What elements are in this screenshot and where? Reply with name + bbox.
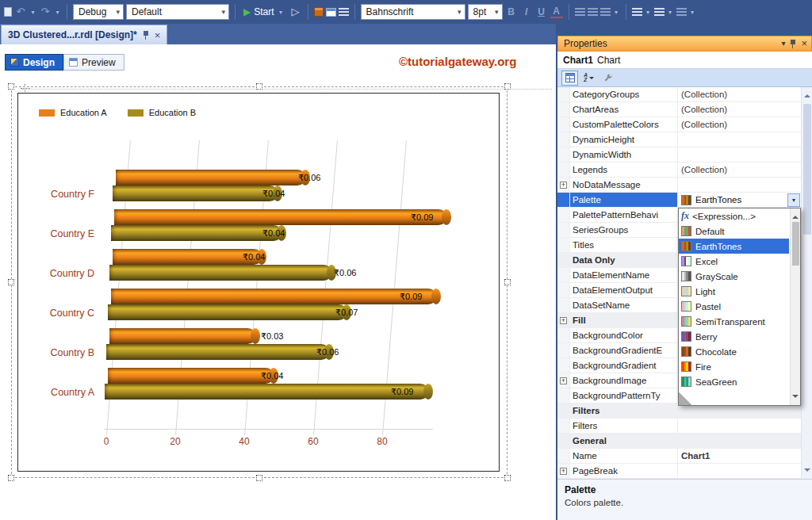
scroll-down-arrow-icon[interactable] (792, 395, 799, 401)
close-icon[interactable]: × (155, 29, 161, 41)
window-position-icon[interactable]: ▾ (781, 40, 785, 48)
start-debug-button[interactable]: ▶ Start ▾ (241, 6, 287, 17)
resize-handle[interactable] (504, 475, 511, 481)
scroll-thumb[interactable] (803, 104, 811, 235)
expand-icon[interactable]: + (560, 468, 567, 475)
report-data-icon[interactable] (314, 7, 324, 17)
bar-education-a-country-c[interactable] (111, 289, 437, 304)
expand-icon[interactable]: + (560, 317, 567, 324)
palette-option-chocolate[interactable]: Chocolate (679, 344, 789, 359)
bar-education-b-country-b[interactable] (106, 344, 330, 360)
property-row-custompalettecolors[interactable]: CustomPaletteColors(Collection) (557, 117, 801, 132)
bar-education-a-country-b[interactable] (109, 328, 256, 344)
snap-to-grid-icon[interactable] (654, 8, 665, 17)
palette-option-earthtones[interactable]: EarthTones (679, 239, 789, 254)
palette-option-light[interactable]: Light (679, 284, 789, 299)
chevron-down-icon[interactable]: ▾ (667, 9, 674, 16)
align-left-icon[interactable] (575, 8, 585, 17)
palette-option-default[interactable]: Default (679, 224, 789, 239)
undo-icon[interactable]: ↶ (14, 4, 27, 20)
property-pages-button[interactable] (599, 71, 616, 86)
redo-icon[interactable]: ↷ (39, 4, 52, 20)
palette-dropdown-scrollbar[interactable] (790, 208, 800, 405)
palette-option-grayscale[interactable]: GrayScale (679, 269, 789, 284)
design-surface[interactable]: Design Preview ©tutorialgateway.org (0, 44, 556, 520)
palette-combo-button[interactable]: ▾ (787, 193, 800, 207)
bar-education-a-country-d[interactable] (113, 249, 262, 265)
underline-button[interactable]: U (535, 6, 548, 17)
scroll-thumb[interactable] (792, 222, 799, 266)
resize-handle[interactable] (504, 279, 511, 285)
bar-education-b-country-d[interactable] (109, 265, 332, 281)
property-row-nodatamessage[interactable]: +NoDataMessage (557, 178, 801, 193)
font-family-combo[interactable]: Bahnschrift ▾ (361, 4, 465, 20)
align-right-icon[interactable] (600, 8, 611, 17)
property-row-dynamicwidth[interactable]: DynamicWidth (557, 147, 801, 162)
property-row-categorygroups[interactable]: CategoryGroups(Collection) (557, 87, 801, 102)
toolbox-window-icon[interactable] (326, 8, 336, 17)
chevron-down-icon[interactable]: ▾ (689, 9, 696, 16)
auto-hide-pin-icon[interactable] (790, 40, 796, 48)
categorized-button[interactable] (561, 71, 578, 86)
chevron-down-icon[interactable]: ▾ (613, 9, 620, 16)
resize-handle[interactable] (8, 475, 14, 481)
resize-handle[interactable] (256, 475, 262, 481)
resize-handle[interactable] (8, 279, 14, 285)
close-icon[interactable]: × (801, 40, 807, 48)
font-color-button[interactable]: A (550, 6, 563, 18)
tab-preview[interactable]: Preview (63, 54, 124, 71)
scroll-up-arrow-icon[interactable] (804, 91, 810, 98)
scroll-up-arrow-icon[interactable] (792, 212, 799, 219)
document-tab[interactable]: 3D Clustered...r.rdl [Design]* × (1, 25, 167, 44)
font-size-combo[interactable]: 8pt ▾ (468, 4, 503, 20)
properties-header[interactable]: Properties ▾ × (557, 36, 812, 52)
layout-grid-icon[interactable] (632, 8, 642, 17)
alphabetical-button[interactable]: AZ (580, 71, 597, 86)
palette-option-seagreen[interactable]: SeaGreen (679, 374, 789, 389)
scrollbar[interactable] (801, 87, 812, 479)
palette-option-pastel[interactable]: Pastel (679, 299, 789, 314)
tab-design[interactable]: Design (5, 54, 63, 71)
bold-button[interactable]: B (505, 6, 518, 17)
bar-education-a-country-a[interactable] (108, 368, 274, 384)
palette-option-excel[interactable]: Excel (679, 254, 789, 269)
bar-education-a-country-f[interactable] (116, 170, 306, 185)
bar-education-b-country-e[interactable] (111, 225, 282, 241)
property-row-general[interactable]: General (557, 434, 801, 449)
bar-education-b-country-a[interactable] (105, 384, 429, 400)
chart-object[interactable]: Education AEducation B 020406080Country … (17, 93, 500, 472)
palette-option-expression[interactable]: fx<Expression...> (679, 208, 789, 224)
bar-education-a-country-e[interactable] (114, 209, 447, 225)
legend-item-education-a[interactable]: Education A (39, 108, 107, 117)
resize-grip-icon[interactable] (679, 392, 692, 405)
palette-option-berry[interactable]: Berry (679, 329, 789, 344)
debug-config-combo[interactable]: Debug ▾ (73, 4, 124, 20)
italic-button[interactable]: I (520, 6, 533, 17)
redo-dropdown-icon[interactable]: ▾ (54, 9, 61, 16)
palette-option-semitransparent[interactable]: SemiTransparent (679, 314, 789, 329)
resize-handle[interactable] (504, 83, 511, 90)
file-icon[interactable] (4, 7, 12, 17)
resize-handle[interactable] (8, 83, 14, 90)
platform-combo[interactable]: Default ▾ (126, 4, 229, 20)
property-row-chartareas[interactable]: ChartAreas(Collection) (557, 102, 801, 117)
pin-icon[interactable] (143, 31, 149, 40)
distribute-icon[interactable] (676, 8, 687, 17)
resize-handle[interactable] (256, 83, 262, 90)
chart-legend[interactable]: Education AEducation B (39, 108, 196, 117)
expand-icon[interactable]: + (560, 377, 567, 384)
property-row-dynamicheight[interactable]: DynamicHeight (557, 132, 801, 147)
bar-education-b-country-f[interactable] (113, 185, 278, 201)
legend-item-education-b[interactable]: Education B (128, 108, 196, 117)
bar-education-b-country-c[interactable] (108, 304, 347, 320)
palette-option-fire[interactable]: Fire (679, 359, 789, 374)
scroll-down-arrow-icon[interactable] (804, 468, 810, 475)
start-without-debug-icon[interactable]: ▷ (289, 4, 302, 20)
property-row-pagebreak[interactable]: +PageBreak (557, 464, 801, 479)
chevron-down-icon[interactable]: ▾ (645, 9, 652, 16)
properties-object-selector[interactable]: Chart1 Chart (557, 52, 812, 69)
undo-dropdown-icon[interactable]: ▾ (29, 9, 36, 16)
property-row-filters[interactable]: Filters (557, 419, 801, 434)
expand-icon[interactable]: + (560, 182, 567, 189)
property-row-legends[interactable]: Legends(Collection) (557, 162, 801, 178)
